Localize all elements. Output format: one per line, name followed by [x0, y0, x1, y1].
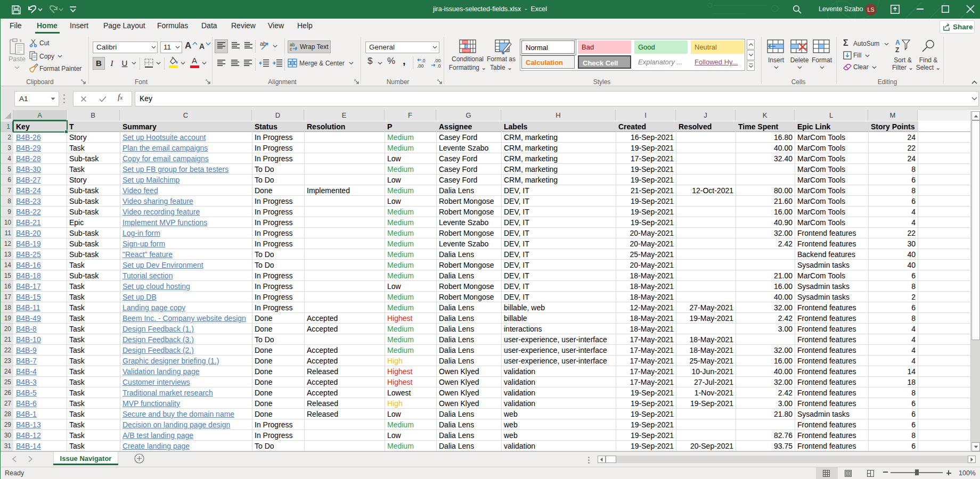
svg-text:.0: .0 — [421, 58, 426, 63]
svg-text:.0: .0 — [437, 63, 441, 68]
svg-text:A: A — [895, 39, 900, 46]
svg-text:.00: .00 — [434, 58, 441, 63]
svg-text:Z: Z — [895, 46, 899, 54]
svg-text:.00: .00 — [417, 63, 424, 68]
